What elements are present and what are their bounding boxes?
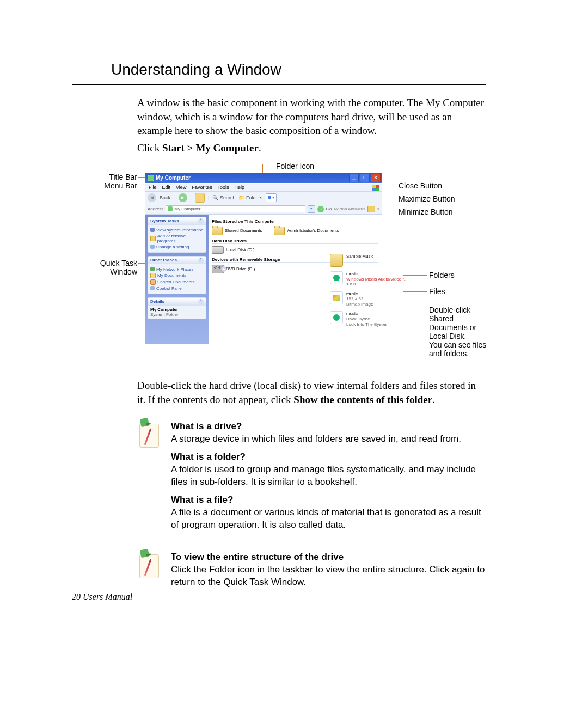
hard-drive-icon	[212, 246, 224, 254]
note-icon	[137, 421, 161, 449]
click-prefix: Click	[137, 142, 162, 154]
drive-local-c[interactable]: Local Disk (C:)	[212, 246, 254, 254]
minimize-button[interactable]: _	[349, 174, 359, 182]
task-add-remove[interactable]: Add or remove programs	[150, 234, 204, 243]
leader-close	[381, 186, 396, 186]
click-instruction: Click Start > My Computer.	[137, 142, 491, 154]
go-label: Go	[326, 206, 332, 211]
my-computer-icon	[148, 175, 154, 181]
collapse-icon[interactable]: ˄	[198, 218, 204, 224]
toolbar: ◄ Back · ► · | Search Folders	[145, 192, 382, 204]
label-menu-bar: Menu Bar	[72, 181, 137, 190]
drive-dvd-d[interactable]: DVDDVD Drive (D:)	[212, 265, 255, 273]
menu-favorites[interactable]: Favorites	[192, 185, 212, 190]
note-drive-folder-file: What is a drive? A storage device in whi…	[137, 421, 486, 537]
windows-flag-icon	[372, 185, 379, 191]
group-hard-disks: Hard Disk Drives	[212, 239, 378, 244]
my-computer-window: My Computer _ □ × File Edit View Favorit…	[145, 173, 382, 344]
up-button[interactable]	[195, 193, 205, 203]
leader-menu-bar	[138, 186, 145, 186]
folder-admin-docs[interactable]: Administrator's Documents	[274, 227, 339, 235]
page-footer: 20 Users Manual	[72, 592, 132, 602]
preview-folder-sample-music[interactable]: Sample Music	[330, 254, 439, 267]
sample-files-preview: Sample Music music Windows Media Audio/V…	[330, 254, 439, 331]
group-files-stored: Files Stored on This Computer	[212, 219, 378, 224]
label-doubleclick: Double-click Shared Documents or Local D…	[429, 306, 500, 358]
main-content-area: Files Stored on This Computer Shared Doc…	[209, 215, 382, 344]
address-input[interactable]: My Computer	[166, 205, 305, 212]
system-tasks-panel: System Tasks˄ View system information Ad…	[148, 217, 206, 253]
title-bar[interactable]: My Computer _ □ ×	[145, 173, 382, 183]
paragraph-doubleclick: Double-click the hard drive (local disk)…	[137, 379, 486, 406]
title-rule	[72, 84, 486, 85]
place-controlpanel[interactable]: Control Panel	[150, 286, 204, 291]
search-button[interactable]: Search	[212, 195, 235, 200]
close-button[interactable]: ×	[371, 174, 381, 182]
wma-file-icon	[330, 311, 343, 324]
address-dropdown[interactable]: ▾	[308, 205, 315, 213]
leader-minimize	[381, 212, 396, 212]
menu-edit[interactable]: Edit	[162, 185, 171, 190]
folders-button[interactable]: Folders	[238, 195, 262, 200]
place-mydocs[interactable]: My Documents	[150, 273, 204, 278]
folder-shared-docs[interactable]: Shared Documents	[212, 227, 262, 235]
preview-file-bmp[interactable]: music 192 × 32 Bitmap Image	[330, 291, 439, 307]
quick-task-sidebar: System Tasks˄ View system information Ad…	[145, 215, 209, 344]
norton-label: Norton AntiVirus	[334, 206, 365, 211]
details-type: System Folder	[150, 312, 204, 317]
note-icon	[137, 551, 161, 580]
folder-icon	[212, 227, 223, 235]
label-close: Close Button	[399, 181, 442, 190]
norton-icon[interactable]	[367, 206, 375, 212]
norton-dropdown[interactable]: ▾	[377, 207, 379, 211]
go-icon[interactable]: →	[317, 206, 324, 212]
address-value: My Computer	[174, 206, 200, 211]
bmp-file-icon	[330, 291, 343, 304]
system-tasks-title: System Tasks	[150, 218, 179, 223]
q-file: What is a file?	[171, 494, 486, 507]
window-caption: My Computer	[156, 175, 349, 181]
wma-file-icon	[330, 271, 343, 284]
maximize-button[interactable]: □	[360, 174, 370, 182]
label-title-bar: Title Bar	[72, 173, 137, 181]
collapse-icon[interactable]: ˄	[198, 258, 204, 263]
a-drive: A storage device in which files and fold…	[171, 434, 461, 444]
a-view-structure: Click the Folder icon in the taskbar to …	[171, 564, 485, 587]
other-places-title: Other Places	[150, 258, 177, 263]
place-shared[interactable]: Shared Documents	[150, 279, 204, 285]
task-view-sysinfo[interactable]: View system information	[150, 228, 204, 233]
q-drive: What is a drive?	[171, 421, 486, 433]
a-folder: A folder is used to group and manage fil…	[171, 464, 476, 487]
collapse-icon[interactable]: ˄	[198, 299, 204, 304]
views-button[interactable]	[266, 193, 277, 202]
q-folder: What is a folder?	[171, 451, 486, 464]
page-title: Understanding a Window	[111, 61, 491, 78]
forward-button[interactable]: ►	[179, 193, 187, 202]
click-suffix: .	[259, 142, 261, 154]
place-network[interactable]: My Network Places	[150, 267, 204, 272]
preview-file-wma[interactable]: music Windows Media Audio/Video f... 1 K…	[330, 271, 439, 287]
label-minimize: Minimize Button	[399, 208, 453, 216]
details-panel: Details˄ My Computer System Folder	[148, 297, 206, 319]
preview-file-wma2[interactable]: music David Byrne Look Into The Eyeball	[330, 311, 439, 327]
task-change-setting[interactable]: Change a setting	[150, 245, 204, 249]
menu-help[interactable]: Help	[234, 185, 244, 190]
back-button[interactable]: ◄	[148, 193, 156, 202]
back-label: Back	[160, 195, 170, 200]
leader-maximize	[381, 199, 396, 199]
click-path: Start > My Computer	[162, 142, 259, 154]
address-icon	[168, 206, 173, 211]
folder-icon	[330, 254, 343, 267]
menu-view[interactable]: View	[176, 185, 186, 190]
folder-icon-callout-label: Folder Icon	[262, 162, 328, 170]
address-label: Address	[148, 206, 163, 211]
menu-tools[interactable]: Tools	[217, 185, 229, 190]
menu-file[interactable]: File	[149, 185, 157, 190]
note-view-structure: To view the entire structure of the driv…	[137, 551, 486, 594]
a-file: A file is a document or various kinds of…	[171, 507, 481, 530]
address-bar: Address My Computer ▾ → Go Norton AntiVi…	[145, 204, 382, 215]
q-view-structure: To view the entire structure of the driv…	[171, 551, 486, 564]
intro-paragraph: A window is the basic component in worki…	[137, 96, 486, 138]
menu-bar[interactable]: File Edit View Favorites Tools Help	[145, 183, 382, 192]
details-name: My Computer	[150, 307, 204, 312]
